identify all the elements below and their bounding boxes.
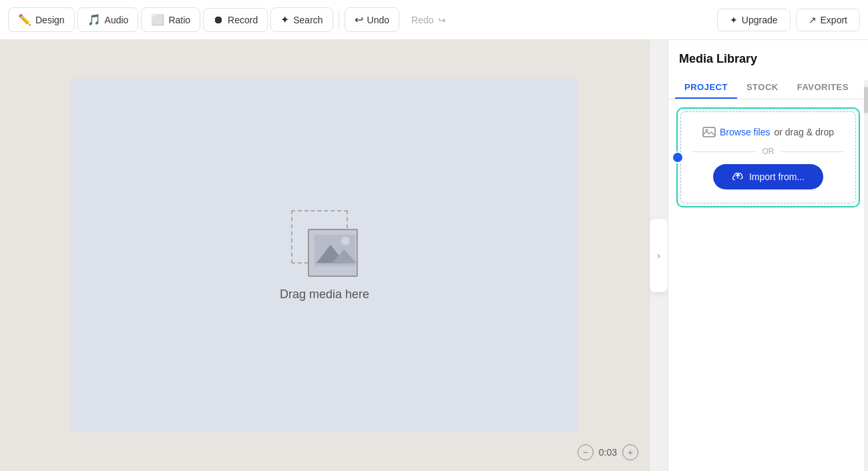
cloud-upload-icon	[732, 171, 744, 183]
main-area: Drag media here − 0:03 + › Media Library…	[0, 40, 868, 471]
svg-rect-4	[703, 127, 715, 137]
image-icon-solid	[308, 229, 358, 277]
pen-icon: ✏️	[18, 13, 31, 26]
or-label: OR	[763, 147, 775, 156]
drag-drop-text: or drag & drop	[774, 127, 834, 137]
browse-text-row: Browse files or drag & drop	[702, 125, 834, 139]
tab-project[interactable]: PROJECT	[675, 77, 737, 99]
undo-button[interactable]: ↩ Undo	[345, 7, 399, 32]
time-decrease-button[interactable]: −	[578, 444, 594, 460]
ratio-label: Ratio	[168, 15, 190, 25]
record-icon: ⏺	[213, 14, 224, 26]
tab-stock[interactable]: STOCK	[737, 77, 788, 99]
mountain-svg	[313, 232, 357, 269]
timeline-bar: − 0:03 +	[0, 434, 649, 471]
or-line-right	[781, 151, 845, 152]
svg-point-3	[341, 237, 350, 246]
import-button[interactable]: Import from...	[713, 164, 823, 189]
record-button[interactable]: ⏺ Record	[203, 8, 268, 32]
image-upload-icon	[702, 125, 716, 139]
redo-button[interactable]: Redo ↪	[402, 9, 455, 31]
blue-dot	[672, 151, 684, 163]
undo-label: Undo	[367, 15, 389, 25]
redo-icon: ↪	[438, 15, 446, 25]
time-display: 0:03	[599, 447, 617, 458]
media-tabs: PROJECT STOCK FAVORITES	[668, 70, 868, 99]
design-label: Design	[35, 15, 65, 25]
canvas-area: Drag media here − 0:03 +	[0, 40, 649, 471]
toolbar-right: ✦ Upgrade ↗ Export	[717, 9, 860, 31]
svg-point-5	[706, 129, 708, 131]
collapse-handle[interactable]: ›	[649, 40, 668, 471]
or-line-left	[692, 151, 756, 152]
record-label: Record	[228, 15, 258, 25]
undo-icon: ↩	[355, 13, 363, 26]
export-icon: ↗	[809, 15, 817, 25]
upload-drop-zone[interactable]: Browse files or drag & drop OR Import fr…	[680, 111, 856, 203]
ratio-button[interactable]: ⬜ Ratio	[141, 7, 200, 32]
export-button[interactable]: ↗ Export	[796, 9, 860, 31]
upgrade-star-icon: ✦	[730, 15, 738, 25]
browse-files-link[interactable]: Browse files	[720, 127, 770, 137]
toolbar: ✏️ Design 🎵 Audio ⬜ Ratio ⏺ Record ✦ Sea…	[0, 0, 868, 40]
tab-favorites[interactable]: FAVORITES	[788, 77, 858, 99]
media-library-panel: Media Library PROJECT STOCK FAVORITES Br…	[668, 40, 868, 471]
upload-area-wrapper: Browse files or drag & drop OR Import fr…	[676, 107, 860, 207]
export-label: Export	[821, 15, 847, 25]
media-icon-wrap	[291, 210, 358, 277]
collapse-card: ›	[650, 219, 668, 292]
time-control: − 0:03 +	[578, 444, 638, 460]
media-placeholder: Drag media here	[280, 210, 369, 302]
divider-1	[339, 10, 339, 30]
chevron-right-icon: ›	[657, 250, 660, 261]
audio-label: Audio	[105, 15, 129, 25]
import-label: Import from...	[749, 171, 805, 182]
canvas-inner[interactable]: Drag media here	[71, 79, 578, 432]
scrollbar-thumb	[864, 87, 868, 113]
search-label: Search	[293, 15, 322, 25]
upgrade-label: Upgrade	[742, 15, 778, 25]
time-increase-button[interactable]: +	[622, 444, 638, 460]
ratio-icon: ⬜	[151, 13, 164, 26]
search-button[interactable]: ✦ Search	[270, 7, 333, 32]
media-library-title: Media Library	[668, 40, 868, 66]
music-icon: 🎵	[87, 13, 101, 26]
design-button[interactable]: ✏️ Design	[8, 7, 75, 32]
search-icon: ✦	[280, 13, 289, 26]
drag-media-text: Drag media here	[280, 288, 369, 302]
audio-button[interactable]: 🎵 Audio	[77, 7, 139, 32]
upgrade-button[interactable]: ✦ Upgrade	[717, 9, 791, 31]
or-divider: OR	[692, 147, 845, 156]
panel-scrollbar[interactable]	[864, 80, 868, 471]
redo-label: Redo	[411, 15, 433, 25]
